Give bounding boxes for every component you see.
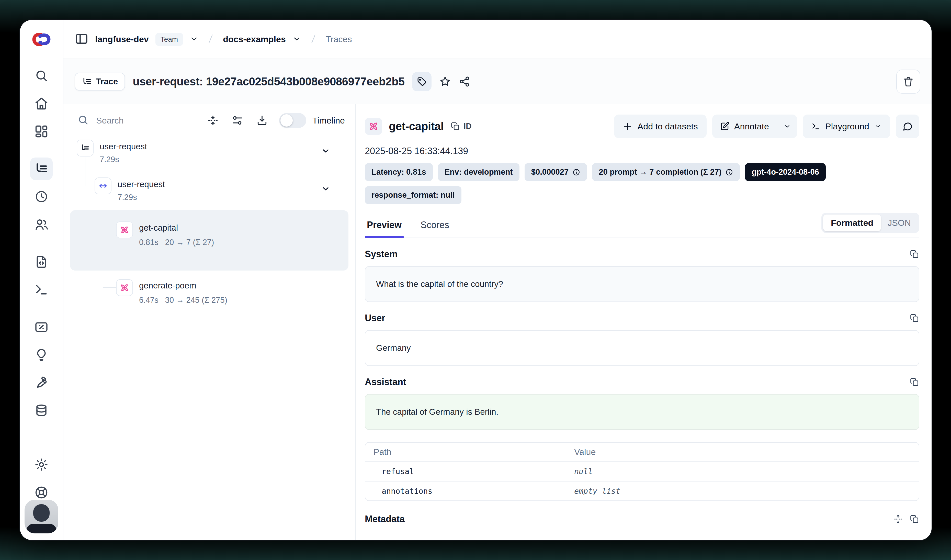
- tab-scores[interactable]: Scores: [419, 220, 451, 238]
- metadata-heading: Metadata: [365, 514, 405, 525]
- annotate-dropdown-chevron[interactable]: [777, 115, 797, 138]
- assistant-section-header: Assistant: [365, 377, 919, 388]
- rail-prompts-file-code-icon[interactable]: [30, 251, 53, 273]
- annotate-split-button: Annotate: [712, 115, 797, 138]
- view-settings-icon[interactable]: [232, 115, 243, 126]
- tree-row-duration: 7.29s: [100, 155, 119, 164]
- trace-type-chip: Trace: [75, 72, 125, 91]
- span-row-icon: [95, 177, 111, 194]
- latency-badge: Latency: 0.81s: [365, 163, 433, 181]
- table-header-value: Value: [566, 447, 919, 457]
- edit-pen-icon: [720, 122, 729, 131]
- tree-row-label[interactable]: get-capital: [139, 223, 178, 233]
- trace-chip-label: Trace: [96, 77, 118, 86]
- detail-tabs: Preview Scores Formatted JSON: [365, 213, 919, 238]
- trace-tree-icon: [82, 77, 92, 87]
- breadcrumb-separator: [205, 33, 216, 46]
- main-area: langfuse-dev Team docs-examples Traces T…: [63, 20, 932, 540]
- chat-bubble-icon: [902, 121, 913, 132]
- rail-playground-terminal-icon[interactable]: [30, 278, 53, 301]
- trace-row-icon: [77, 140, 94, 157]
- copy-icon[interactable]: [909, 249, 919, 259]
- rail-search-icon[interactable]: [30, 65, 53, 87]
- user-message-box: Germany: [365, 330, 919, 366]
- timeline-toggle[interactable]: [279, 113, 306, 128]
- response-format-badge: response_format: null: [365, 186, 462, 204]
- share-icon: [459, 76, 470, 88]
- rail-home-icon[interactable]: [30, 92, 53, 115]
- breadcrumb-page[interactable]: Traces: [326, 34, 352, 44]
- output-detail-table: Path Value refusal null annotations empt…: [365, 442, 919, 501]
- copy-icon[interactable]: [909, 514, 919, 524]
- annotate-button[interactable]: Annotate: [712, 115, 777, 138]
- tokens-badge: 20 prompt → 7 completion (Σ 27): [592, 163, 740, 181]
- tree-row-duration: 6.47s: [139, 295, 158, 305]
- formatted-option[interactable]: Formatted: [823, 215, 881, 231]
- rail-tracing-icon[interactable]: [30, 157, 53, 180]
- comments-button[interactable]: [896, 115, 919, 138]
- langfuse-logo[interactable]: [20, 20, 63, 59]
- sidebar-toggle-icon[interactable]: [75, 32, 88, 47]
- share-button[interactable]: [459, 76, 470, 88]
- user-section-header: User: [365, 313, 919, 323]
- rail-annotation-clipboard-icon[interactable]: [30, 372, 53, 394]
- observation-title: get-capital: [389, 120, 444, 133]
- rail-settings-gear-icon[interactable]: [30, 453, 53, 476]
- breadcrumb-org[interactable]: langfuse-dev: [95, 34, 149, 44]
- copy-icon[interactable]: [909, 313, 919, 323]
- tab-preview[interactable]: Preview: [365, 220, 404, 238]
- playground-button[interactable]: Playground: [803, 115, 890, 138]
- user-avatar[interactable]: [25, 500, 58, 534]
- copy-id-icon[interactable]: [451, 122, 460, 131]
- info-icon[interactable]: [572, 168, 580, 176]
- tree-row-tokens: 30 → 245 (Σ 275): [165, 295, 227, 305]
- tree-toolbar: Search Timeline: [77, 113, 345, 128]
- json-option[interactable]: JSON: [881, 215, 917, 231]
- generation-row-icon: [116, 222, 133, 238]
- breadcrumb-project[interactable]: docs-examples: [223, 34, 286, 44]
- bookmark-star-button[interactable]: [439, 76, 451, 88]
- cost-badge: $0.000027: [525, 163, 587, 181]
- badges-row: Latency: 0.81s Env: development $0.00002…: [365, 163, 902, 204]
- rail-sessions-clock-icon[interactable]: [30, 185, 53, 208]
- add-to-datasets-button[interactable]: Add to datasets: [614, 115, 706, 138]
- search-input[interactable]: Search: [96, 115, 194, 126]
- model-badge[interactable]: gpt-4o-2024-08-06: [745, 163, 826, 181]
- download-icon[interactable]: [256, 115, 268, 126]
- tree-row-label[interactable]: user-request: [118, 180, 165, 189]
- id-label: ID: [464, 122, 472, 131]
- search-icon: [77, 114, 89, 127]
- info-icon[interactable]: [725, 168, 733, 176]
- rail-scores-icon[interactable]: [30, 316, 53, 338]
- rail-datasets-database-icon[interactable]: [30, 399, 53, 422]
- delete-trace-button[interactable]: [896, 69, 920, 94]
- nav-rail: [20, 20, 63, 540]
- user-heading: User: [365, 313, 385, 323]
- format-segmented-control: Formatted JSON: [822, 213, 919, 233]
- org-type-badge: Team: [155, 33, 183, 46]
- system-heading: System: [365, 249, 397, 260]
- collapse-all-icon[interactable]: [207, 115, 219, 126]
- expand-vertical-icon[interactable]: [893, 514, 903, 524]
- metadata-section-header: Metadata: [365, 514, 919, 525]
- rail-evals-lightbulb-icon[interactable]: [30, 344, 53, 366]
- tree-row-tokens: 20 → 7 (Σ 27): [165, 238, 214, 247]
- terminal-icon: [811, 122, 820, 131]
- tree-row-duration: 0.81s: [139, 238, 158, 247]
- generation-icon: [365, 118, 382, 135]
- star-icon: [439, 76, 451, 88]
- copy-icon[interactable]: [909, 377, 919, 387]
- org-chevron-down-icon[interactable]: [190, 34, 199, 44]
- tree-row-label[interactable]: user-request: [100, 142, 147, 151]
- tag-button[interactable]: [412, 72, 431, 91]
- tree-row-label[interactable]: generate-poem: [139, 281, 196, 291]
- rail-users-icon[interactable]: [30, 213, 53, 236]
- observation-timestamp: 2025-08-25 16:33:44.139: [365, 146, 919, 157]
- system-message-box: What is the capital of the country?: [365, 266, 919, 302]
- row-chevron-down-icon[interactable]: [321, 184, 330, 194]
- assistant-heading: Assistant: [365, 377, 406, 388]
- tree-row-duration: 7.29s: [118, 193, 137, 202]
- row-chevron-down-icon[interactable]: [321, 146, 330, 157]
- project-chevron-down-icon[interactable]: [292, 34, 301, 44]
- rail-dashboard-icon[interactable]: [30, 120, 53, 143]
